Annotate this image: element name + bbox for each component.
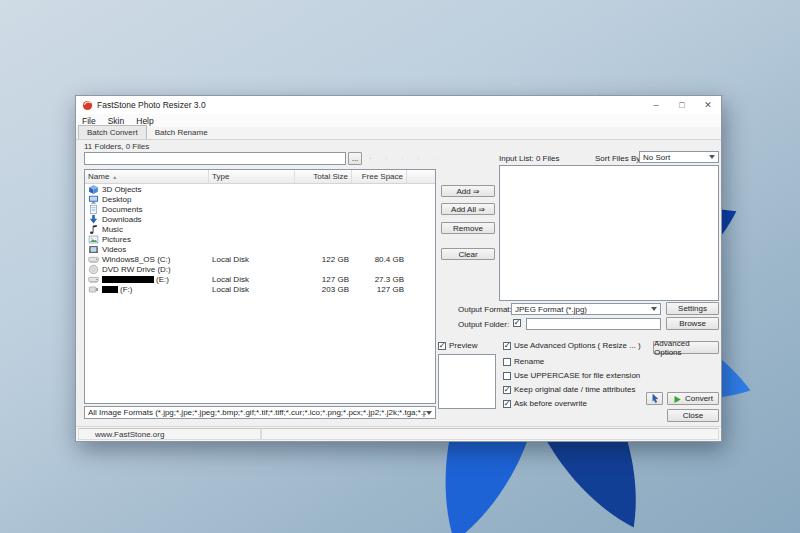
path-input[interactable]	[84, 152, 346, 165]
remove-button[interactable]: Remove	[441, 222, 495, 234]
faststone-photo-resizer-window: FastStone Photo Resizer 3.0 – □ ✕ FileSk…	[75, 95, 722, 442]
file-list-row[interactable]: Pictures	[85, 234, 435, 244]
checkbox-label: Ask before overwrite	[514, 399, 587, 408]
folder-up-icon[interactable]	[364, 152, 377, 165]
output-format-value: JPEG Format (*.jpg)	[512, 305, 651, 314]
menu-item-help[interactable]: Help	[130, 116, 159, 126]
sort-files-by-label: Sort Files By	[595, 154, 640, 163]
browse-folder-button[interactable]: Browse	[666, 317, 719, 330]
play-icon	[673, 394, 682, 403]
statusbar-panel	[261, 428, 719, 440]
file-list-row[interactable]: Documents	[85, 204, 435, 214]
close-button[interactable]: Close	[667, 409, 719, 422]
item-name: Downloads	[102, 215, 142, 224]
cell-total-size: 122 GB	[295, 255, 352, 264]
option-use-uppercase-for[interactable]: Use UPPERCASE for file extension	[503, 371, 640, 380]
option-ask-before-overwrite[interactable]: ✓Ask before overwrite	[503, 399, 587, 408]
input-list-label: Input List: 0 Files	[499, 154, 559, 163]
maximize-button[interactable]: □	[669, 96, 695, 114]
file-list-row[interactable]: Desktop	[85, 194, 435, 204]
cell-type: Local Disk	[209, 285, 295, 294]
pointer-icon	[650, 393, 660, 404]
thumbnails-view-icon[interactable]	[428, 152, 441, 165]
file-list-row[interactable]: Windows8_OS (C:)Local Disk122 GB80.4 GB	[85, 254, 435, 264]
clear-button[interactable]: Clear	[441, 248, 495, 260]
cell-free-space: 27.3 GB	[352, 275, 407, 284]
pointer-tool-button[interactable]	[646, 392, 663, 405]
file-list-row[interactable]: (F:)Local Disk203 GB127 GB	[85, 284, 435, 294]
preview-pane	[438, 354, 496, 409]
checkbox-label: Use UPPERCASE for file extension	[514, 371, 640, 380]
column-header-name[interactable]: Name▴	[85, 170, 209, 183]
app-logo-icon	[82, 100, 93, 111]
file-list-row[interactable]: 3D Objects	[85, 184, 435, 194]
folder-summary: 11 Folders, 0 Files	[84, 142, 149, 151]
preview-label: Preview	[449, 341, 477, 350]
sort-dropdown[interactable]: No Sort	[639, 151, 719, 163]
titlebar[interactable]: FastStone Photo Resizer 3.0 – □ ✕	[76, 96, 721, 114]
cell-free-space: 80.4 GB	[352, 255, 407, 264]
cell-type: Local Disk	[209, 275, 295, 284]
checkbox-label: Rename	[514, 357, 544, 366]
tab-batch-convert[interactable]: Batch Convert	[78, 125, 147, 139]
file-list-row[interactable]: Downloads	[85, 214, 435, 224]
website-link[interactable]: www.FastStone.org	[95, 430, 164, 439]
item-name: Desktop	[102, 195, 131, 204]
advanced-options-button[interactable]: Advanced Options	[653, 341, 719, 354]
menu-item-file[interactable]: File	[76, 116, 102, 126]
input-list-box[interactable]	[499, 165, 719, 301]
cell-total-size: 127 GB	[295, 275, 352, 284]
add-all-button[interactable]: Add All ⇒	[441, 203, 495, 215]
tab-batch-rename[interactable]: Batch Rename	[147, 126, 216, 139]
sort-indicator-icon: ▴	[113, 173, 116, 180]
removable-drive-icon	[88, 284, 100, 295]
option-keep-original-date[interactable]: ✓Keep original date / time attributes	[503, 385, 635, 394]
list-view-icon[interactable]	[396, 152, 409, 165]
checkbox[interactable]: ✓	[503, 342, 511, 350]
file-browser-list[interactable]: Name▴TypeTotal SizeFree Space 3D Objects…	[84, 169, 436, 404]
file-list-row[interactable]: DVD RW Drive (D:)	[85, 264, 435, 274]
checkbox[interactable]: ✓	[503, 386, 511, 394]
option-rename[interactable]: Rename	[503, 357, 544, 366]
folder-browse-icon[interactable]	[380, 152, 393, 165]
option-use-advanced-options[interactable]: ✓Use Advanced Options ( Resize ... )	[503, 341, 641, 350]
minimize-button[interactable]: –	[643, 96, 669, 114]
column-header-type[interactable]: Type	[209, 170, 295, 183]
preview-option[interactable]: ✓ Preview	[438, 341, 477, 350]
browse-path-button[interactable]: ...	[348, 152, 362, 165]
item-name: Videos	[102, 245, 126, 254]
convert-button[interactable]: Convert	[667, 392, 719, 405]
preview-checkbox[interactable]: ✓	[438, 342, 446, 350]
output-format-dropdown[interactable]: JPEG Format (*.jpg)	[511, 303, 661, 315]
checkbox[interactable]	[503, 372, 511, 380]
chevron-down-icon	[426, 411, 432, 415]
column-header-free-space[interactable]: Free Space	[352, 170, 407, 183]
checkbox[interactable]: ✓	[503, 400, 511, 408]
cell-total-size: 203 GB	[295, 285, 352, 294]
column-header-total-size[interactable]: Total Size	[295, 170, 352, 183]
file-list-row[interactable]: Music	[85, 224, 435, 234]
image-format-filter-dropdown[interactable]: All Image Formats (*.jpg;*.jpe;*.jpeg;*.…	[84, 406, 436, 419]
close-window-button[interactable]: ✕	[695, 96, 721, 114]
output-folder-label: Output Folder:	[458, 320, 509, 329]
add-button[interactable]: Add ⇒	[441, 185, 495, 197]
item-name: Music	[102, 225, 123, 234]
item-name: Windows8_OS (C:)	[102, 255, 170, 264]
tab-strip: Batch ConvertBatch Rename	[76, 127, 721, 140]
item-name: Documents	[102, 205, 142, 214]
output-folder-input[interactable]	[526, 318, 661, 330]
file-list-header: Name▴TypeTotal SizeFree Space	[85, 170, 435, 184]
settings-button[interactable]: Settings	[666, 302, 719, 315]
chevron-down-icon	[709, 155, 715, 159]
checkbox[interactable]	[503, 358, 511, 366]
cell-free-space: 127 GB	[352, 285, 407, 294]
file-list-row[interactable]: Videos	[85, 244, 435, 254]
output-folder-checkbox[interactable]: ✓	[513, 319, 521, 327]
cell-name: (F:)	[85, 284, 209, 295]
icons-view-icon[interactable]	[412, 152, 425, 165]
output-format-label: Output Format:	[458, 305, 512, 314]
menu-item-skin[interactable]: Skin	[102, 116, 131, 126]
file-list-row[interactable]: (E:)Local Disk127 GB27.3 GB	[85, 274, 435, 284]
checkbox-label: Use Advanced Options ( Resize ... )	[514, 341, 641, 350]
sort-value: No Sort	[640, 153, 709, 162]
